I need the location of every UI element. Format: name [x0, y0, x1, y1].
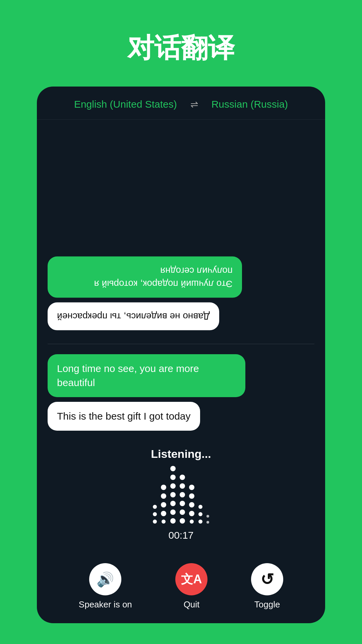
dot	[206, 521, 209, 524]
flipped-bubble-green: Это лучший подарок, который я получил се…	[48, 257, 242, 298]
dot	[170, 483, 176, 489]
dot	[180, 475, 185, 480]
dot	[161, 511, 166, 516]
bubble-green-1: Long time no see, you are more beautiful	[48, 354, 245, 397]
dot	[170, 501, 176, 506]
dot	[180, 501, 185, 506]
dot	[161, 502, 166, 507]
controls-bar: 🔊 Speaker is on 文A Quit ↺ Toggle	[37, 558, 325, 623]
speaker-icon: 🔊	[97, 571, 114, 588]
dot	[189, 502, 194, 507]
translation-card: English (United States) ⇌ Russian (Russi…	[37, 87, 325, 623]
normal-messages: Long time no see, you are more beautiful…	[48, 351, 314, 434]
dot	[198, 505, 202, 509]
bubble-white-1: This is the best gift I got today	[48, 402, 200, 431]
dot	[189, 493, 194, 499]
wave-col-4	[180, 475, 185, 524]
quit-circle: 文A	[175, 563, 207, 595]
toggle-button[interactable]: ↺ Toggle	[251, 563, 283, 610]
dot	[162, 520, 166, 524]
dot	[170, 518, 176, 524]
swap-icon[interactable]: ⇌	[190, 99, 198, 110]
language-bar: English (United States) ⇌ Russian (Russi…	[37, 87, 325, 120]
dot	[170, 492, 176, 497]
toggle-icon: ↺	[260, 570, 274, 589]
dot	[161, 485, 166, 490]
dot	[180, 518, 185, 524]
speaker-button[interactable]: 🔊 Speaker is on	[79, 563, 132, 610]
dot	[190, 520, 194, 524]
dot	[180, 509, 185, 515]
app-title: 对话翻译	[127, 30, 235, 66]
dot	[170, 509, 176, 515]
quit-label: Quit	[184, 599, 200, 610]
wave-col-5	[189, 485, 194, 524]
dot	[153, 505, 157, 509]
conversation-area: Давно не виделись, ты прекрасней Это луч…	[37, 120, 325, 558]
dot	[206, 515, 209, 518]
wave-col-7	[206, 515, 209, 524]
flipped-messages: Давно не виделись, ты прекрасней Это луч…	[48, 250, 314, 337]
dot	[180, 492, 185, 497]
wave-col-3	[170, 466, 176, 524]
quit-button[interactable]: 文A Quit	[175, 563, 207, 610]
dot	[189, 485, 194, 490]
wave-col-6	[198, 505, 202, 524]
waveform	[146, 470, 216, 524]
timer: 00:17	[168, 530, 193, 541]
toggle-circle: ↺	[251, 563, 283, 595]
listening-section: Listening...	[48, 439, 314, 551]
target-language[interactable]: Russian (Russia)	[212, 99, 288, 110]
source-language[interactable]: English (United States)	[74, 99, 177, 110]
dot	[189, 511, 194, 516]
dot	[198, 512, 202, 516]
wave-col-1	[153, 505, 157, 524]
section-divider	[48, 344, 314, 344]
toggle-label: Toggle	[254, 599, 280, 610]
dot	[170, 475, 176, 480]
speaker-circle: 🔊	[89, 563, 121, 595]
speaker-label: Speaker is on	[79, 599, 132, 610]
quit-icon: 文A	[181, 571, 202, 588]
dot	[180, 483, 185, 489]
listening-status: Listening...	[151, 447, 211, 461]
dot	[161, 493, 166, 499]
wave-col-2	[161, 485, 166, 524]
dot	[153, 520, 157, 524]
dot	[198, 520, 202, 524]
flipped-bubble-white: Давно не виделись, ты прекрасней	[48, 303, 219, 330]
dot	[153, 512, 157, 516]
dot	[170, 466, 176, 471]
